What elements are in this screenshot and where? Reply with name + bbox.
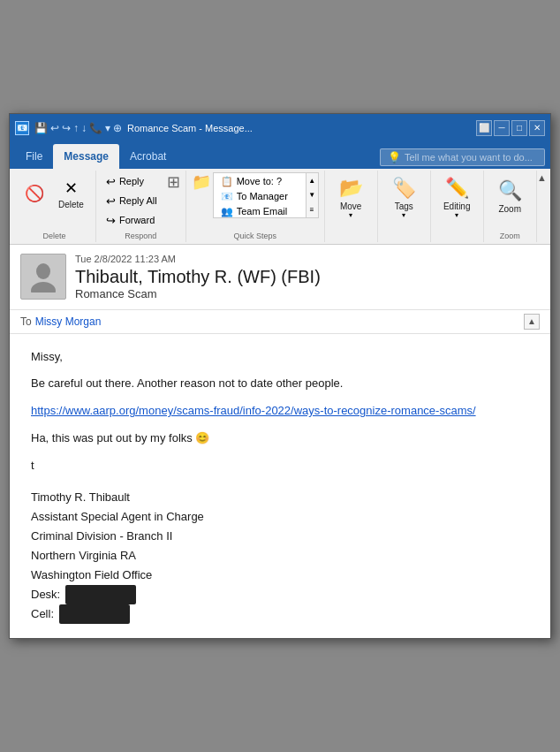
quicksteps-scroll: ▲ ▼ ≡ xyxy=(306,173,318,217)
move-to-icon: 📋 xyxy=(221,176,233,187)
paragraph1: Be careful out there. Another reason not… xyxy=(31,375,529,393)
move-to-label: Move to: ? xyxy=(237,176,282,186)
quickstep-move-to[interactable]: 📋 Move to: ? xyxy=(217,174,314,189)
email-link[interactable]: https://www.aarp.org/money/scams-fraud/i… xyxy=(31,404,476,417)
reply-icon: ↩ xyxy=(106,175,116,188)
delete-group-label: Delete xyxy=(42,230,65,240)
quicksteps-box: 📋 Move to: ? 📧 To Manager 👥 Team Email xyxy=(213,172,319,218)
collapse-ribbon-icon[interactable]: ▲ xyxy=(537,172,547,183)
tab-message[interactable]: Message xyxy=(53,144,119,169)
undo-redo-group: 💾 ↩ ↪ ↑ ↓ 📞 ▾ ⊕ xyxy=(34,122,122,134)
reply-all-icon: ↩ xyxy=(106,194,116,208)
expand-button[interactable]: ▲ xyxy=(524,314,540,330)
move-dropdown-icon: ▾ xyxy=(349,211,352,219)
cell-number-redacted xyxy=(59,604,130,624)
save-icon[interactable]: 💾 xyxy=(34,122,48,134)
forward-button[interactable]: ↪ Forward xyxy=(102,211,162,230)
delete-button[interactable]: ✕ Delete xyxy=(52,172,90,216)
down-arrow-icon[interactable]: ↓ xyxy=(81,122,87,134)
editing-dropdown-icon: ▾ xyxy=(455,211,458,219)
dropdown-arrow-icon[interactable]: ▾ xyxy=(105,122,110,134)
editing-group-content: ✏️ Editing ▾ xyxy=(437,172,477,239)
delete-group-content: 🚫 ✕ Delete xyxy=(19,172,90,230)
desk-label: Desk: xyxy=(31,585,60,604)
desk-row: Desk: xyxy=(31,585,529,604)
close-button[interactable]: ✕ xyxy=(529,120,545,136)
minimize-button[interactable]: ─ xyxy=(494,120,510,136)
quicksteps-icon-left: 📁 xyxy=(192,172,211,192)
quicksteps-expand[interactable]: ≡ xyxy=(306,202,318,217)
respond-group-label: Respond xyxy=(125,230,156,240)
ribbon: 🚫 ✕ Delete Delete ↩ Reply xyxy=(10,169,550,245)
to-manager-icon: 📧 xyxy=(221,191,233,202)
zoom-icon: 🔍 xyxy=(498,179,522,202)
respond-grid-icon: ⊞ xyxy=(167,172,180,192)
window-title: Romance Scam - Message... xyxy=(127,123,471,133)
window-controls: ⬜ ─ □ ✕ xyxy=(476,120,545,136)
reply-button[interactable]: ↩ Reply xyxy=(102,172,162,191)
zoom-group-content: 🔍 Zoom xyxy=(490,172,529,230)
quicksteps-folder-icon: 📁 xyxy=(192,172,211,192)
ignore-button[interactable]: 🚫 xyxy=(19,172,50,216)
sig-division: Criminal Division - Branch II xyxy=(31,527,529,546)
email-meta: Tue 2/8/2022 11:23 AM Thibault, Timothy … xyxy=(75,254,540,300)
search-lightbulb-icon: 💡 xyxy=(388,151,401,163)
cell-label: Cell: xyxy=(31,604,54,624)
search-input[interactable] xyxy=(405,152,537,163)
reply-all-button[interactable]: ↩ Reply All xyxy=(102,192,162,210)
quicksteps-group-label: Quick Steps xyxy=(233,230,276,240)
move-group-content: 📂 Move ▾ xyxy=(331,172,370,239)
delete-label: Delete xyxy=(58,200,84,209)
move-button[interactable]: 📂 Move ▾ xyxy=(331,172,370,224)
tab-acrobat[interactable]: Acrobat xyxy=(119,144,177,169)
svg-point-0 xyxy=(36,263,50,279)
delete-icon: ✕ xyxy=(64,179,78,198)
up-arrow-icon[interactable]: ↑ xyxy=(73,122,79,134)
tags-button[interactable]: 🏷️ Tags ▾ xyxy=(384,172,423,224)
cell-row: Cell: xyxy=(31,604,529,624)
quicksteps-scroll-down[interactable]: ▼ xyxy=(306,187,318,202)
quicksteps-wrapper: 📁 📋 Move to: ? 📧 To Manager 👥 xyxy=(192,172,319,218)
tags-dropdown-icon: ▾ xyxy=(402,211,405,219)
to-name: Missy Morgan xyxy=(35,315,102,328)
respond-group-content: ↩ Reply ↩ Reply All ↪ Forward ⊞ xyxy=(102,172,180,230)
team-email-icon: 👥 xyxy=(221,206,233,217)
sender-avatar xyxy=(20,254,66,300)
respond-buttons: ↩ Reply ↩ Reply All ↪ Forward xyxy=(102,172,162,230)
quickstep-team-email[interactable]: 👥 Team Email xyxy=(217,204,314,219)
zoom-group-label: Zoom xyxy=(500,230,520,240)
ribbon-group-zoom: 🔍 Zoom Zoom xyxy=(484,171,537,242)
redo-icon[interactable]: ↪ xyxy=(62,122,71,134)
editing-icon: ✏️ xyxy=(445,177,469,200)
phone-icon[interactable]: 📞 xyxy=(89,122,102,134)
app-icon: 📧 xyxy=(15,121,29,135)
zoom-button[interactable]: 🔍 Zoom xyxy=(490,172,529,222)
resize-icon[interactable]: ⬜ xyxy=(476,120,492,136)
restore-button[interactable]: □ xyxy=(511,120,527,136)
paragraph2: Ha, this was put out by my folks 😊 xyxy=(31,429,529,448)
outlook-window: 📧 💾 ↩ ↪ ↑ ↓ 📞 ▾ ⊕ Romance Scam - Message… xyxy=(9,113,551,640)
ribbon-search[interactable]: 💡 xyxy=(380,148,545,166)
pin-icon[interactable]: ⊕ xyxy=(113,122,122,134)
quickstep-to-manager[interactable]: 📧 To Manager xyxy=(217,189,314,204)
tab-file[interactable]: File xyxy=(15,144,53,169)
undo-icon[interactable]: ↩ xyxy=(50,122,59,134)
editing-label: Editing xyxy=(443,201,471,211)
signature-block: Timothy R. Thibault Assistant Special Ag… xyxy=(31,488,529,625)
to-manager-label: To Manager xyxy=(237,191,288,201)
greeting: Missy, xyxy=(31,348,529,367)
tags-label: Tags xyxy=(395,201,413,211)
smiley-emoji: 😊 xyxy=(195,431,209,444)
paragraph2-text: Ha, this was put out by my folks xyxy=(31,431,195,444)
editing-button[interactable]: ✏️ Editing ▾ xyxy=(437,172,477,224)
move-icon: 📂 xyxy=(339,177,363,200)
desk-number-redacted xyxy=(65,585,136,604)
forward-icon: ↪ xyxy=(106,214,116,227)
quicksteps-scroll-up[interactable]: ▲ xyxy=(306,173,318,188)
tags-group-content: 🏷️ Tags ▾ xyxy=(384,172,423,239)
forward-label: Forward xyxy=(119,215,155,225)
title-bar: 📧 💾 ↩ ↪ ↑ ↓ 📞 ▾ ⊕ Romance Scam - Message… xyxy=(10,114,550,142)
email-subject: Romance Scam xyxy=(75,287,540,300)
ribbon-collapse[interactable]: ▲ xyxy=(537,171,547,242)
ribbon-group-tags: 🏷️ Tags ▾ xyxy=(378,171,431,242)
